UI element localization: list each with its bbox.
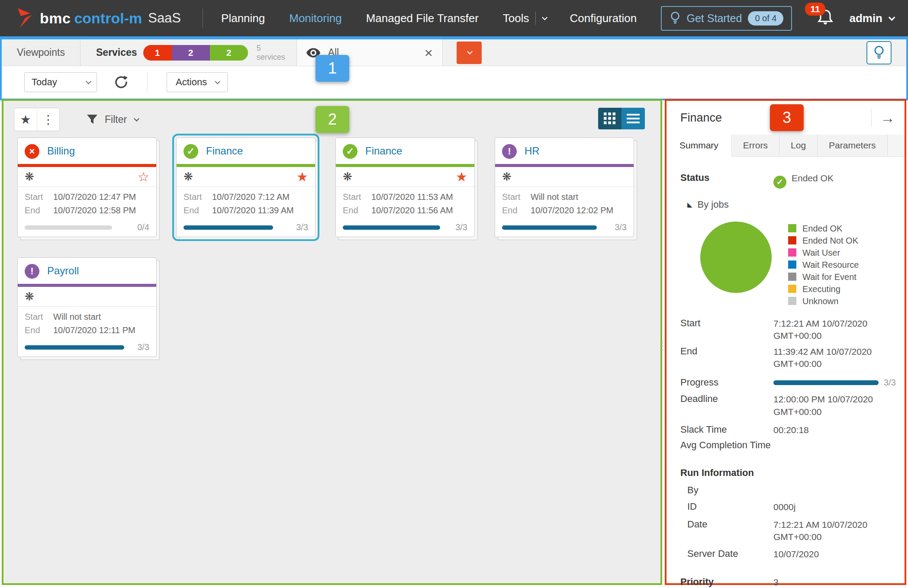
nav-item-tools[interactable]: Tools bbox=[503, 12, 546, 25]
actions-dropdown[interactable]: Actions bbox=[167, 72, 228, 92]
status-warning-icon: ! bbox=[502, 144, 517, 159]
legend-swatch-unknown bbox=[788, 297, 796, 305]
tab-errors[interactable]: Errors bbox=[732, 135, 779, 156]
progress-bar bbox=[773, 380, 879, 385]
collapse-panel-arrow-icon[interactable]: → bbox=[880, 110, 895, 125]
run-date-label: Date bbox=[680, 519, 773, 530]
end-label: End bbox=[25, 204, 53, 217]
by-jobs-label: By jobs bbox=[698, 199, 729, 210]
services-status-badges: 1 2 2 bbox=[143, 45, 248, 61]
favorites-button-group: ★ ⋮ bbox=[14, 108, 60, 131]
get-started-button[interactable]: Get Started 0 of 4 bbox=[661, 6, 792, 31]
start-value: 10/07/2020 7:12 AM bbox=[212, 190, 290, 204]
legend-swatch-wait-for-event bbox=[788, 273, 796, 281]
start-label: Start bbox=[680, 318, 773, 329]
favorite-star-icon[interactable]: ☆ bbox=[138, 170, 149, 183]
nav-item-managed-file-transfer[interactable]: Managed File Transfer bbox=[366, 12, 479, 25]
progress-count: 0/4 bbox=[137, 222, 149, 232]
progress-bar bbox=[184, 225, 273, 230]
end-datetime: 11:39:42 AM 10/07/2020 bbox=[773, 346, 872, 358]
end-value: 10/07/2020 12:02 PM bbox=[531, 204, 613, 217]
tab-viewpoints[interactable]: Viewpoints bbox=[2, 39, 80, 66]
favorite-star-icon[interactable]: ★ bbox=[456, 170, 467, 183]
end-label: End bbox=[184, 204, 212, 217]
nav-item-planning[interactable]: Planning bbox=[221, 12, 265, 25]
service-card-title[interactable]: HR bbox=[525, 145, 540, 157]
notification-count-badge: 11 bbox=[805, 3, 825, 16]
status-value: ✓Ended OK bbox=[773, 172, 834, 189]
tab-summary[interactable]: Summary bbox=[667, 135, 732, 157]
services-total-count: 5 services bbox=[257, 44, 285, 61]
start-value: 10/07/2020 12:47 PM bbox=[53, 190, 136, 204]
service-card-title[interactable]: Finance bbox=[365, 145, 402, 157]
logo-text-product: control-m bbox=[74, 10, 142, 27]
by-jobs-collapse-toggle[interactable]: ◣ By jobs bbox=[687, 199, 894, 210]
more-options-kebab-button[interactable]: ⋮ bbox=[37, 108, 59, 131]
favorites-star-button[interactable]: ★ bbox=[14, 108, 37, 131]
services-ok-count-badge: 2 bbox=[210, 45, 248, 61]
refresh-button[interactable] bbox=[113, 74, 129, 90]
time-range-select[interactable]: Today bbox=[24, 72, 97, 92]
progress-bar bbox=[343, 225, 440, 230]
notifications-button[interactable]: 11 bbox=[817, 9, 834, 28]
start-label: Start bbox=[502, 190, 531, 204]
hints-lightbulb-button[interactable] bbox=[866, 41, 892, 64]
app-logo: bmc control-m SaaS bbox=[16, 8, 181, 29]
nav-item-configuration[interactable]: Configuration bbox=[570, 12, 637, 25]
lightbulb-icon bbox=[670, 11, 681, 25]
jobs-status-chart: Ended OK Ended Not OK Wait User Wait Res… bbox=[680, 215, 894, 307]
chart-legend: Ended OK Ended Not OK Wait User Wait Res… bbox=[788, 222, 859, 307]
end-label: End bbox=[502, 204, 531, 217]
service-card-finance[interactable]: ✓ Finance ❋ ★ Start10/07/2020 11:53 AM E… bbox=[335, 138, 475, 237]
end-label: End bbox=[25, 324, 53, 337]
avg-completion-time-label: Avg Completion Time bbox=[680, 440, 771, 451]
deadline-value: 12:00:00 PM 10/07/2020 GMT+00:00 bbox=[773, 393, 873, 418]
chevron-down-icon bbox=[467, 49, 473, 55]
list-view-button[interactable] bbox=[621, 108, 645, 129]
grid-view-button[interactable] bbox=[598, 108, 621, 129]
start-timezone: GMT+00:00 bbox=[773, 330, 867, 342]
service-details-panel: Finance → Summary Errors Log Parameters … bbox=[665, 99, 906, 585]
progress-bar bbox=[502, 225, 597, 230]
tab-log[interactable]: Log bbox=[779, 135, 818, 156]
service-card-billing[interactable]: × Billing ❋ ☆ Start10/07/2020 12:47 PM E… bbox=[17, 138, 157, 237]
service-card-title[interactable]: Finance bbox=[206, 145, 243, 157]
server-date-value: 10/07/2020 bbox=[773, 548, 819, 560]
service-card-title[interactable]: Payroll bbox=[47, 265, 79, 277]
legend-label: Wait for Event bbox=[802, 271, 856, 283]
new-viewpoint-dropdown-button[interactable] bbox=[457, 42, 482, 64]
legend-label: Executing bbox=[802, 283, 840, 295]
service-card-finance-selected[interactable]: ✓ Finance ❋ ★ Start10/07/2020 7:12 AM En… bbox=[176, 138, 316, 237]
refresh-icon bbox=[113, 74, 129, 90]
service-card-hr[interactable]: ! HR ❋ StartWill not start End10/07/2020… bbox=[495, 138, 634, 237]
tab-parameters[interactable]: Parameters bbox=[818, 135, 888, 156]
favorite-star-icon[interactable]: ★ bbox=[296, 170, 308, 183]
slack-time-label: Slack Time bbox=[680, 424, 773, 435]
annotation-badge-3: 3 bbox=[770, 104, 804, 131]
run-id-value: 0000j bbox=[773, 501, 795, 513]
services-count-number: 5 bbox=[257, 44, 285, 53]
user-menu[interactable]: admin bbox=[849, 12, 893, 25]
bmc-logo-icon bbox=[16, 8, 34, 29]
end-label: End bbox=[343, 204, 371, 217]
services-count-word: services bbox=[257, 53, 285, 62]
legend-swatch-executing bbox=[788, 285, 796, 293]
close-icon[interactable]: × bbox=[425, 46, 433, 60]
server-date-label: Server Date bbox=[680, 548, 773, 559]
jobs-pie-chart bbox=[700, 222, 772, 293]
service-type-icon: ❋ bbox=[502, 170, 512, 183]
deadline-datetime: 12:00:00 PM 10/07/2020 bbox=[773, 393, 873, 405]
filter-dropdown[interactable]: Filter bbox=[87, 114, 138, 125]
monitoring-toolbar: Today Actions bbox=[2, 66, 906, 98]
tab-services[interactable]: Services 1 2 2 5 services bbox=[96, 39, 285, 66]
service-card-payroll[interactable]: ! Payroll ❋ StartWill not start End10/07… bbox=[17, 257, 157, 357]
nav-divider bbox=[203, 9, 203, 28]
nav-item-monitoring[interactable]: Monitoring bbox=[289, 12, 341, 25]
end-value: 10/07/2020 11:39 AM bbox=[212, 204, 294, 217]
service-card-title[interactable]: Billing bbox=[47, 145, 75, 157]
legend-label: Ended Not OK bbox=[802, 235, 858, 247]
filter-funnel-icon bbox=[87, 114, 98, 125]
time-range-value: Today bbox=[32, 77, 57, 88]
run-date-timezone: GMT+00:00 bbox=[773, 531, 867, 543]
progress-bar bbox=[25, 345, 124, 350]
